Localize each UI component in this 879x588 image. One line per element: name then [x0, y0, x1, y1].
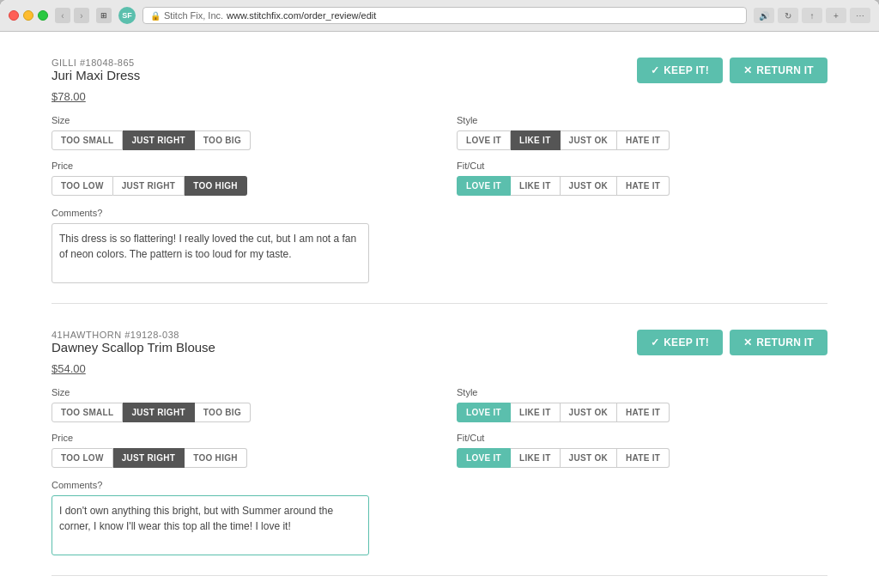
comments-textarea-1[interactable]: This dress is so flattering! I really lo… [52, 223, 369, 283]
style-hate-it-2[interactable]: HATE IT [617, 403, 670, 422]
more-icon[interactable]: ⋯ [850, 8, 870, 23]
item-price-1: $78.00 [52, 90, 827, 103]
item-info-1: GILLI #18048-865 Juri Maxi Dress [52, 58, 140, 82]
site-icon: SF [118, 7, 136, 24]
size-group-2: Size TOO SMALL JUST RIGHT TOO BIG [52, 387, 422, 422]
item-name-1: Juri Maxi Dress [52, 68, 140, 82]
maximize-button[interactable] [38, 10, 48, 21]
item-name-2: Dawney Scallop Trim Blouse [52, 340, 215, 355]
price-too-low-1[interactable]: TOO LOW [52, 176, 113, 196]
item-brand-1: GILLI #18048-865 [52, 58, 140, 68]
fitcut-hate-it-2[interactable]: HATE IT [617, 448, 670, 468]
fitcut-just-ok-2[interactable]: JUST OK [561, 448, 617, 468]
style-hate-it-1[interactable]: HATE IT [617, 130, 670, 150]
fitcut-hate-it-1[interactable]: HATE IT [617, 176, 670, 196]
price-buttons-1: TOO LOW JUST RIGHT TOO HIGH [52, 176, 422, 196]
fitcut-love-it-1[interactable]: LOVE IT [457, 176, 511, 196]
style-buttons-1: LOVE IT LIKE IT JUST OK HATE IT [457, 130, 827, 150]
bookmark-icon[interactable]: + [826, 8, 846, 23]
x-icon-2: ✕ [743, 336, 752, 349]
url-text: www.stitchfix.com/order_review/edit [227, 10, 376, 21]
size-just-right-1[interactable]: JUST RIGHT [123, 130, 194, 150]
url-company: Stitch Fix, Inc. [164, 10, 223, 21]
fitcut-buttons-1: LOVE IT LIKE IT JUST OK HATE IT [457, 176, 827, 196]
back-button[interactable]: ‹ [55, 8, 70, 23]
price-just-right-1[interactable]: JUST RIGHT [113, 176, 185, 196]
refresh-icon[interactable]: ↻ [778, 8, 798, 23]
item-header-1: GILLI #18048-865 Juri Maxi Dress ✓ KEEP … [52, 58, 827, 83]
size-label-1: Size [52, 115, 422, 125]
fitcut-like-it-2[interactable]: LIKE IT [511, 448, 561, 468]
price-too-low-2[interactable]: TOO LOW [52, 448, 113, 468]
style-buttons-2: LOVE IT LIKE IT JUST OK HATE IT [457, 403, 827, 422]
price-group-1: Price TOO LOW JUST RIGHT TOO HIGH [52, 161, 422, 196]
comments-textarea-2[interactable]: I don't own anything this bright, but wi… [52, 495, 369, 555]
action-buttons-1: ✓ KEEP IT! ✕ RETURN IT [637, 58, 827, 83]
browser-right-icons: 🔊 ↻ ↑ + ⋯ [754, 8, 870, 23]
traffic-lights [9, 10, 48, 21]
fitcut-love-it-2[interactable]: LOVE IT [457, 448, 511, 468]
close-button[interactable] [9, 10, 19, 21]
address-bar[interactable]: 🔒 Stitch Fix, Inc. www.stitchfix.com/ord… [142, 7, 747, 24]
comments-section-1: Comments? This dress is so flattering! I… [52, 208, 827, 286]
style-love-it-1[interactable]: LOVE IT [457, 130, 511, 150]
style-label-2: Style [457, 387, 827, 397]
fitcut-group-2: Fit/Cut LOVE IT LIKE IT JUST OK HATE IT [457, 433, 827, 468]
keep-button-1[interactable]: ✓ KEEP IT! [637, 58, 723, 83]
item-card-2: 41HAWTHORN #19128-038 Dawney Scallop Tri… [52, 330, 827, 576]
minimize-button[interactable] [23, 10, 33, 21]
fitcut-group-1: Fit/Cut LOVE IT LIKE IT JUST OK HATE IT [457, 161, 827, 196]
size-too-big-2[interactable]: TOO BIG [195, 403, 251, 422]
browser-window: ‹ › ⊞ SF 🔒 Stitch Fix, Inc. www.stitchfi… [0, 0, 879, 588]
comments-label-2: Comments? [52, 480, 827, 490]
price-label-2: Price [52, 433, 422, 443]
check-icon-2: ✓ [651, 336, 659, 349]
style-just-ok-2[interactable]: JUST OK [561, 403, 617, 422]
fitcut-like-it-1[interactable]: LIKE IT [511, 176, 561, 196]
style-just-ok-1[interactable]: JUST OK [561, 130, 617, 150]
return-button-1[interactable]: ✕ RETURN IT [730, 58, 827, 83]
style-label-1: Style [457, 115, 827, 125]
item-header-2: 41HAWTHORN #19128-038 Dawney Scallop Tri… [52, 330, 827, 355]
style-group-2: Style LOVE IT LIKE IT JUST OK HATE IT [457, 387, 827, 422]
price-buttons-2: TOO LOW JUST RIGHT TOO HIGH [52, 448, 422, 468]
comments-label-1: Comments? [52, 208, 827, 218]
share-icon[interactable]: ↑ [802, 8, 822, 23]
forward-button[interactable]: › [74, 8, 89, 23]
price-group-2: Price TOO LOW JUST RIGHT TOO HIGH [52, 433, 422, 468]
action-buttons-2: ✓ KEEP IT! ✕ RETURN IT [637, 330, 827, 355]
fitcut-label-1: Fit/Cut [457, 161, 827, 171]
size-group-1: Size TOO SMALL JUST RIGHT TOO BIG [52, 115, 422, 150]
nav-buttons: ‹ › [55, 8, 89, 23]
size-just-right-2[interactable]: JUST RIGHT [123, 403, 194, 422]
size-buttons-2: TOO SMALL JUST RIGHT TOO BIG [52, 403, 422, 422]
size-too-big-1[interactable]: TOO BIG [195, 130, 251, 150]
page-content: GILLI #18048-865 Juri Maxi Dress ✓ KEEP … [0, 32, 879, 588]
x-icon-1: ✕ [743, 64, 752, 76]
style-love-it-2[interactable]: LOVE IT [457, 403, 511, 422]
style-like-it-1[interactable]: LIKE IT [511, 130, 561, 150]
comments-section-2: Comments? I don't own anything this brig… [52, 480, 827, 558]
item-card-1: GILLI #18048-865 Juri Maxi Dress ✓ KEEP … [52, 58, 827, 304]
style-group-1: Style LOVE IT LIKE IT JUST OK HATE IT [457, 115, 827, 150]
price-too-high-2[interactable]: TOO HIGH [185, 448, 247, 468]
ratings-grid-1: Size TOO SMALL JUST RIGHT TOO BIG Style … [52, 115, 827, 196]
ratings-grid-2: Size TOO SMALL JUST RIGHT TOO BIG Style … [52, 387, 827, 468]
item-brand-2: 41HAWTHORN #19128-038 [52, 330, 215, 340]
item-price-2: $54.00 [52, 362, 827, 375]
size-label-2: Size [52, 387, 422, 397]
keep-button-2[interactable]: ✓ KEEP IT! [637, 330, 723, 355]
tab-icon: ⊞ [96, 8, 112, 23]
price-just-right-2[interactable]: JUST RIGHT [113, 448, 185, 468]
fitcut-just-ok-1[interactable]: JUST OK [561, 176, 617, 196]
size-too-small-2[interactable]: TOO SMALL [52, 403, 123, 422]
style-like-it-2[interactable]: LIKE IT [511, 403, 561, 422]
return-button-2[interactable]: ✕ RETURN IT [730, 330, 827, 355]
price-label-1: Price [52, 161, 422, 171]
size-buttons-1: TOO SMALL JUST RIGHT TOO BIG [52, 130, 422, 150]
audio-icon: 🔊 [754, 8, 774, 23]
fitcut-buttons-2: LOVE IT LIKE IT JUST OK HATE IT [457, 448, 827, 468]
size-too-small-1[interactable]: TOO SMALL [52, 130, 123, 150]
lock-icon: 🔒 [150, 11, 161, 21]
price-too-high-1[interactable]: TOO HIGH [185, 176, 247, 196]
